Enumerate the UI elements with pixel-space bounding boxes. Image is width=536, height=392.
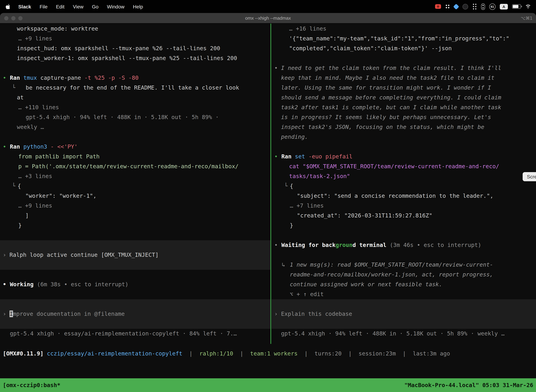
terminal-line: later. Using the same for transition mig… [272,83,536,93]
terminal-line [272,250,536,260]
terminal-line: weekly … [0,122,271,132]
terminal-line: readme-and-reco/mailbox/worker-1.json, a… [272,270,536,280]
raycast-icon[interactable] [453,4,459,9]
window-titlebar[interactable]: omx --xhigh --madmax ⌥⌘1 [0,13,536,23]
apple-menu[interactable] [6,4,10,9]
window-shortcut-hint: ⌥⌘1 [521,16,532,21]
menu-item-go[interactable]: Go [92,4,98,9]
screen-tooltip: Scre [523,172,536,181]
terminal-window: omx --xhigh --madmax ⌥⌘1 workspace_mode:… [0,13,536,392]
terminal-line: •Working (6m 38s • esc to interrupt) [0,280,271,289]
terminal-line: •Waiting for background terminal (3m 46s… [272,240,536,250]
terminal-line: pending. [272,132,536,142]
line-marker: › [3,309,6,319]
menu-item-view[interactable]: View [73,4,84,9]
menu-item-edit[interactable]: Edit [56,4,64,9]
terminal-line: •Ran set -euo pipefail [272,152,536,162]
terminal-line: •Ran tmux capture-pane -t %25 -p -S -80 [0,73,271,83]
terminal-line [0,63,271,73]
terminal-line: … +9 lines [0,201,271,211]
dots-grid-icon[interactable] [472,3,477,10]
terminal-line: ⌥ + ↑ edit [272,289,536,299]
terminal-line: ›Ralph loop active continue [OMX_TMUX_IN… [0,250,271,260]
terminal-line: … +110 lines [0,103,271,112]
screen-recording-indicator-icon[interactable] [435,4,441,9]
line-marker: • [3,142,6,152]
zoom-button[interactable] [18,16,23,20]
terminal-line [0,230,271,240]
terminal-line: task2 after task1 is complete, but can I… [272,103,536,112]
terminal-line: "created_at": "2026-03-31T11:59:27.816Z" [272,211,536,221]
menu-app-name[interactable]: Slack [18,4,31,9]
terminal-line [0,289,271,299]
terminal-line: ›Explain this codebase [272,309,536,319]
terminal-line: … +9 lines [0,34,271,44]
close-button[interactable] [4,16,9,20]
line-marker: └ [12,181,15,191]
tmux-pane-divider[interactable] [270,23,271,344]
stage-manager-icon[interactable] [481,3,485,10]
terminal-line: workspace_mode: worktree [0,24,271,34]
terminal-line [272,299,536,309]
input-source-icon[interactable]: A [500,4,508,9]
terminal-line: └be necessary for the end of the README.… [0,83,271,93]
terminal-line: … +7 lines [272,201,536,211]
terminal-line: └{ [272,181,536,191]
terminal-line [272,53,536,63]
right-terminal-pane[interactable]: … +16 lines'{"team_name":"my-team","task… [272,24,536,339]
apple-logo-icon [6,4,10,9]
battery-icon[interactable] [512,4,521,9]
terminal-line: └{ [0,181,271,191]
terminal-line: gpt-5.4 xhigh · 94% left · 488K in · 5.1… [272,329,536,339]
terminal-line: •I need to get the claim token from the … [272,63,536,73]
line-marker: • [3,73,6,83]
menu-item-window[interactable]: Window [107,4,124,9]
terminal-line [272,142,536,152]
menu-item-file[interactable]: File [40,4,48,9]
wifi-icon[interactable] [525,4,531,9]
grid-app-icon[interactable] [445,4,450,9]
menu-item-help[interactable]: Help [133,4,143,9]
line-marker: └ [12,83,15,93]
tmux-status-bar: [omx-cczip0:bash* "MacBook-Pro-44.local"… [0,378,536,392]
tmux-session-label: [omx-cczip0:bash* [3,382,61,388]
terminal-line: } [272,221,536,230]
line-marker: › [274,309,278,319]
terminal-line: •Ran python3 - <<'PY' [0,142,271,152]
terminal-line: inspect_worker-1: omx sparkshell --tmux-… [0,53,271,63]
terminal-line: should send a message before completing … [272,93,536,103]
terminal-line [0,260,271,270]
menu-status-icons: 61 A [435,3,536,10]
terminal-line: is in progress? It seems likely but perh… [272,112,536,122]
terminal-line: inspect task2's JSON, focusing on the st… [272,122,536,132]
line-marker: • [274,240,278,250]
terminal-line [272,319,536,329]
terminal-line: "completed","claim_token":"claim-token"}… [272,44,536,53]
line-marker: • [274,63,278,73]
terminal-line [0,240,271,250]
line-marker: • [3,280,6,289]
terminal-line: from pathlib import Path [0,152,271,162]
terminal-line [0,132,271,142]
terminal-line [0,299,271,309]
terminal-line: continue assigned work or next feasible … [272,280,536,289]
line-marker: ↳ [282,260,285,270]
terminal-line [0,270,271,280]
line-marker: • [274,152,278,162]
terminal-line: tasks/task-2.json" [272,171,536,181]
terminal-line: … +3 lines [0,171,271,181]
minimize-button[interactable] [11,16,15,20]
line-marker: › [3,250,6,260]
omx-status-line: [OMX#0.11.9] cczip/essay/ai-reimplementa… [3,349,450,359]
window-title: omx --xhigh --madmax [0,15,536,21]
terminal-line: '{"team_name":"my-team","task_id":"1","f… [272,34,536,44]
terminal-line [272,230,536,240]
menu-bar: Slack File Edit View Go Window Help 61 A [0,0,536,13]
terminal-line: gpt-5.4 xhigh · 94% left · 488K in · 5.1… [0,112,271,122]
terminal-line: gpt-5.4 xhigh · essay/ai-reimplementatio… [0,329,271,339]
battery-percent-gauge-icon[interactable]: 61 [489,3,496,10]
tmux-host-clock: "MacBook-Pro-44.local" 05:03 31-Mar-26 [404,382,533,388]
left-terminal-pane[interactable]: workspace_mode: worktree… +9 linesinspec… [0,24,271,339]
terminal-app-icon[interactable] [463,4,468,9]
terminal-line: inspect_hud: omx sparkshell --tmux-pane … [0,44,271,53]
